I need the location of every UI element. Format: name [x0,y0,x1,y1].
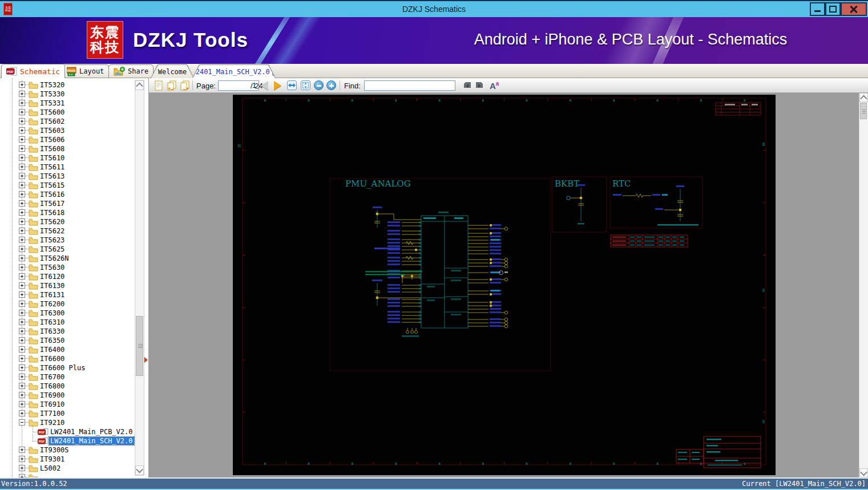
tree-item-folder[interactable]: IT6130 [0,281,137,290]
fit-page-button[interactable] [301,80,310,90]
expand-icon[interactable] [19,346,25,353]
tree-item-folder[interactable]: IT6400 [0,345,137,354]
tree-item-folder[interactable]: IT6900 [0,391,137,400]
tree-item-folder[interactable]: IT5608 [0,144,137,153]
snapshot-tool-button[interactable] [153,80,164,94]
expand-icon[interactable] [19,273,25,280]
expand-icon[interactable] [19,264,25,270]
expand-icon[interactable] [19,465,25,471]
expand-icon[interactable] [19,118,25,124]
expand-icon[interactable] [19,82,25,88]
expand-icon[interactable] [19,255,25,261]
collapse-icon[interactable] [19,419,25,426]
expand-icon[interactable] [19,100,25,106]
tab-schematic[interactable]: PDF Schematic [1,64,65,78]
splitter-collapse-arrow[interactable] [144,357,148,363]
next-page-button[interactable] [274,81,281,90]
tree-item-folder[interactable]: IT6910 [0,400,137,409]
tree-scroll-down-button[interactable] [135,465,144,475]
expand-icon[interactable] [19,291,25,298]
tree-item-folder[interactable]: IT5622 [0,226,137,236]
tree-item-folder[interactable]: IT9210 [0,418,137,427]
tree-item-file[interactable]: PDFLW2401_Main_SCH_V2.0 [0,436,137,446]
expand-icon[interactable] [19,301,25,307]
tree-item-folder[interactable]: IT5616 [0,190,137,199]
schematic-page[interactable]: BPMU_ANALOGBKBTRTC [233,95,776,475]
tree-item-folder[interactable]: IT6131 [0,290,137,299]
expand-icon[interactable] [19,282,25,289]
tree-item-folder[interactable]: IT6120 [0,272,137,281]
find-previous-button[interactable] [463,81,472,91]
tree-item-folder[interactable]: IT5611 [0,163,137,172]
expand-icon[interactable] [19,237,25,243]
tree-item-folder[interactable]: IT9300S [0,446,137,455]
expand-icon[interactable] [19,155,25,161]
tree-item-folder[interactable]: IT5330 [0,90,137,99]
expand-icon[interactable] [19,456,25,462]
tree-item-folder[interactable]: IT6350 [0,336,137,345]
expand-icon[interactable] [19,228,25,234]
tree-item-folder[interactable]: IT5606 [0,135,137,144]
tree-item-folder[interactable]: IT6800 [0,382,137,391]
zoom-in-button[interactable] [326,80,336,90]
expand-icon[interactable] [19,310,25,316]
tree-item-folder[interactable]: IT5610 [0,153,137,163]
expand-icon[interactable] [19,328,25,334]
expand-icon[interactable] [19,374,25,380]
font-size-tool[interactable]: Aa [490,80,499,91]
zoom-out-button[interactable] [314,80,324,90]
expand-icon[interactable] [19,127,25,133]
tree-scroll-up-button[interactable] [135,80,144,90]
tree-item-folder[interactable]: L5002 [0,464,137,473]
expand-icon[interactable] [19,355,25,362]
tree-item-folder[interactable]: IT9301 [0,455,137,464]
expand-icon[interactable] [19,164,25,170]
viewer-scroll-down-button[interactable] [859,468,868,477]
tree-item-file[interactable]: PDFLW2401_Main_PCB_V2.0 [0,427,137,436]
tree-scroll-thumb[interactable] [136,316,143,376]
tree-item-folder[interactable]: IT7100 [0,409,137,418]
expand-icon[interactable] [19,447,25,453]
expand-icon[interactable] [19,200,25,206]
maximize-button[interactable] [825,2,841,16]
expand-icon[interactable] [19,410,25,416]
tree-item-folder[interactable]: IT5623 [0,236,137,245]
tree-item-folder[interactable]: IT5626N [0,254,137,263]
find-input[interactable] [364,80,455,91]
tree-item-folder[interactable]: IT5320 [0,80,137,90]
expand-icon[interactable] [19,392,25,398]
tree-item-folder[interactable]: IT5618 [0,208,137,217]
expand-icon[interactable] [19,182,25,188]
tree-item-folder[interactable]: IT5602 [0,117,137,126]
expand-icon[interactable] [19,401,25,407]
doc-tab-welcome[interactable]: Welcome [151,64,194,78]
prev-view-button[interactable] [166,80,177,94]
expand-icon[interactable] [19,173,25,179]
tree-item-folder[interactable]: IT5613 [0,172,137,181]
expand-icon[interactable] [19,209,25,216]
expand-icon[interactable] [19,136,25,143]
viewer-scroll-thumb[interactable] [860,103,867,119]
tree-item-folder[interactable]: IT5630 [0,263,137,272]
prev-page-button[interactable] [261,81,268,90]
find-next-button[interactable] [475,81,484,91]
expand-icon[interactable] [19,218,25,225]
tree-item-folder[interactable]: IT6300 [0,309,137,318]
expand-icon[interactable] [19,145,25,152]
tree-item-folder[interactable]: IT5617 [0,199,137,208]
tree-item-folder[interactable]: IT6600 [0,354,137,363]
expand-icon[interactable] [19,109,25,115]
tree-item-folder[interactable]: IT6700 [0,372,137,382]
close-button[interactable] [841,2,867,16]
tree-item-folder[interactable]: IT6600 Plus [0,363,137,372]
expand-icon[interactable] [19,337,25,343]
fit-width-button[interactable] [287,80,297,90]
tree-item-folder[interactable]: IT5620 [0,217,137,226]
viewer-scrollbar[interactable] [859,93,868,477]
tree-item-folder[interactable]: IT6200 [0,299,137,309]
expand-icon[interactable] [19,365,25,371]
tree-item-folder[interactable]: IT5600 [0,108,137,117]
tree-scrollbar[interactable] [135,80,144,476]
expand-icon[interactable] [19,383,25,389]
tree-item-folder[interactable]: IT5615 [0,181,137,190]
